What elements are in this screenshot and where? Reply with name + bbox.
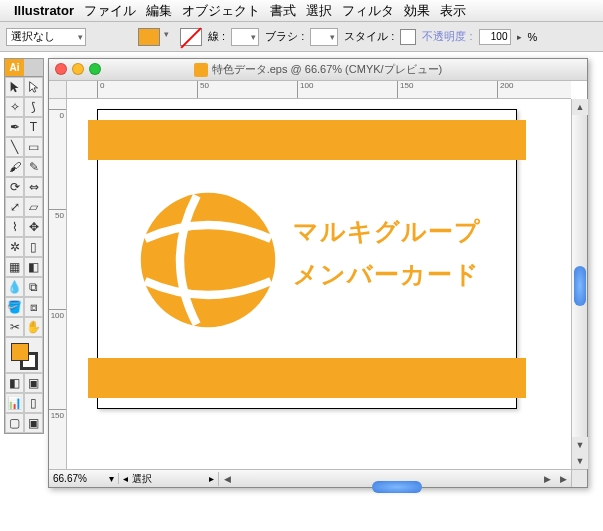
- toolbox-tab[interactable]: Ai: [5, 59, 24, 77]
- ruler-tick: 50: [49, 209, 66, 220]
- blend-tool[interactable]: ⧉: [24, 277, 43, 297]
- resize-grip-icon[interactable]: [571, 469, 587, 487]
- document-icon: [194, 63, 208, 77]
- live-paint-tool[interactable]: 🪣: [5, 297, 24, 317]
- horizontal-ruler[interactable]: 0 50 100 150 200: [67, 81, 571, 99]
- menu-effect[interactable]: 効果: [404, 2, 430, 20]
- symbol-sprayer-tool[interactable]: ✲: [5, 237, 24, 257]
- vertical-scroll-thumb[interactable]: [574, 266, 586, 306]
- toolbox-tab-empty[interactable]: [24, 59, 43, 77]
- fill-swatch[interactable]: [138, 28, 160, 46]
- scroll-up-icon[interactable]: ▲: [572, 99, 588, 115]
- brush-dropdown[interactable]: [310, 28, 338, 46]
- svg-point-0: [141, 193, 275, 327]
- artboard: マルキグループ メンバーカード: [97, 109, 517, 409]
- horizontal-scroll-thumb[interactable]: [372, 481, 422, 493]
- rectangle-tool[interactable]: ▭: [24, 137, 43, 157]
- ruler-tick: 0: [97, 81, 104, 98]
- canvas[interactable]: マルキグループ メンバーカード: [67, 99, 571, 469]
- lasso-tool[interactable]: ⟆: [24, 97, 43, 117]
- warp-tool[interactable]: ⌇: [5, 217, 24, 237]
- menu-view[interactable]: 表示: [440, 2, 466, 20]
- fill-color-icon[interactable]: [11, 343, 29, 361]
- menu-filter[interactable]: フィルタ: [342, 2, 394, 20]
- scroll-down-icon[interactable]: ▼: [572, 453, 588, 469]
- full-screen-icon[interactable]: ▣: [24, 413, 43, 433]
- menu-type[interactable]: 書式: [270, 2, 296, 20]
- menu-select[interactable]: 選択: [306, 2, 332, 20]
- pen-tool[interactable]: ✒: [5, 117, 24, 137]
- direct-selection-tool[interactable]: [24, 77, 43, 97]
- pencil-tool[interactable]: ✎: [24, 157, 43, 177]
- line-tool[interactable]: ╲: [5, 137, 24, 157]
- scroll-left-icon[interactable]: ◀: [219, 474, 235, 484]
- chevron-down-icon: ▾: [109, 473, 114, 484]
- opacity-unit: %: [528, 31, 538, 43]
- normal-screen-icon[interactable]: ▢: [5, 413, 24, 433]
- style-label: スタイル :: [344, 29, 394, 44]
- vertical-scrollbar[interactable]: ▲ ▼ ▼: [571, 99, 587, 469]
- minimize-window-button[interactable]: [72, 63, 84, 75]
- ruler-tick: 150: [49, 409, 66, 420]
- options-bar: 選択なし 線 : ブラシ : スタイル : 不透明度 : ▸ %: [0, 22, 603, 52]
- scissors-tool[interactable]: ✂: [5, 317, 24, 337]
- scroll-down-icon[interactable]: ▼: [572, 437, 588, 453]
- mesh-tool[interactable]: ▦: [5, 257, 24, 277]
- gradient-tool[interactable]: ◧: [24, 257, 43, 277]
- eyedropper-tool[interactable]: 💧: [5, 277, 24, 297]
- slice-tool[interactable]: ▯: [24, 393, 43, 413]
- brush-label: ブラシ :: [265, 29, 304, 44]
- opacity-label: 不透明度 :: [422, 29, 472, 44]
- menu-file[interactable]: ファイル: [84, 2, 136, 20]
- window-titlebar[interactable]: 特色データ.eps @ 66.67% (CMYK/プレビュー): [49, 59, 587, 81]
- zoom-value: 66.67%: [53, 473, 87, 484]
- selection-dropdown[interactable]: 選択なし: [6, 28, 86, 46]
- hand-tool[interactable]: ✋: [24, 317, 43, 337]
- vertical-ruler[interactable]: 0 50 100 150: [49, 99, 67, 469]
- stroke-weight-dropdown[interactable]: [231, 28, 259, 46]
- card-text-line2: メンバーカード: [293, 253, 481, 296]
- style-swatch[interactable]: [400, 29, 416, 45]
- card-text: マルキグループ メンバーカード: [293, 210, 481, 295]
- graph-tool[interactable]: ▯: [24, 237, 43, 257]
- ruler-tick: 100: [297, 81, 313, 98]
- graph-column-tool[interactable]: 📊: [5, 393, 24, 413]
- stroke-label: 線 :: [208, 29, 225, 44]
- stroke-none-swatch[interactable]: [180, 28, 202, 46]
- opacity-stepper-icon[interactable]: ▸: [517, 32, 522, 42]
- free-transform-tool[interactable]: ✥: [24, 217, 43, 237]
- scroll-right-icon[interactable]: ▶: [539, 474, 555, 484]
- ruler-tick: 150: [397, 81, 413, 98]
- window-title: 特色データ.eps @ 66.67% (CMYK/プレビュー): [212, 62, 443, 77]
- screen-mode-button[interactable]: ▣: [24, 373, 43, 393]
- opacity-input[interactable]: [479, 29, 511, 45]
- crop-tool[interactable]: ⧈: [24, 297, 43, 317]
- card-bottom-band: [88, 358, 526, 398]
- scroll-right-icon[interactable]: ▶: [555, 474, 571, 484]
- reflect-tool[interactable]: ⇔: [24, 177, 43, 197]
- menu-object[interactable]: オブジェクト: [182, 2, 260, 20]
- scale-tool[interactable]: ⤢: [5, 197, 24, 217]
- close-window-button[interactable]: [55, 63, 67, 75]
- rotate-tool[interactable]: ⟳: [5, 177, 24, 197]
- selection-tool[interactable]: [5, 77, 24, 97]
- status-selection-dropdown[interactable]: ◂ 選択 ▸: [119, 472, 219, 486]
- app-menu[interactable]: Illustrator: [14, 3, 74, 18]
- card-text-line1: マルキグループ: [293, 210, 481, 253]
- globe-logo-icon: [138, 190, 278, 330]
- zoom-level-dropdown[interactable]: 66.67% ▾: [49, 473, 119, 484]
- ruler-tick: 50: [197, 81, 209, 98]
- chevron-left-icon: ◂: [123, 473, 128, 484]
- system-menubar: Illustrator ファイル 編集 オブジェクト 書式 選択 フィルタ 効果…: [0, 0, 603, 22]
- menu-edit[interactable]: 編集: [146, 2, 172, 20]
- color-mode-button[interactable]: ◧: [5, 373, 24, 393]
- document-window: 特色データ.eps @ 66.67% (CMYK/プレビュー) 0 50 100…: [48, 58, 588, 488]
- magic-wand-tool[interactable]: ✧: [5, 97, 24, 117]
- type-tool[interactable]: T: [24, 117, 43, 137]
- zoom-window-button[interactable]: [89, 63, 101, 75]
- fill-stroke-control[interactable]: [5, 337, 43, 373]
- paintbrush-tool[interactable]: 🖌: [5, 157, 24, 177]
- ruler-tick: 0: [49, 109, 66, 120]
- status-label: 選択: [132, 472, 152, 486]
- shear-tool[interactable]: ▱: [24, 197, 43, 217]
